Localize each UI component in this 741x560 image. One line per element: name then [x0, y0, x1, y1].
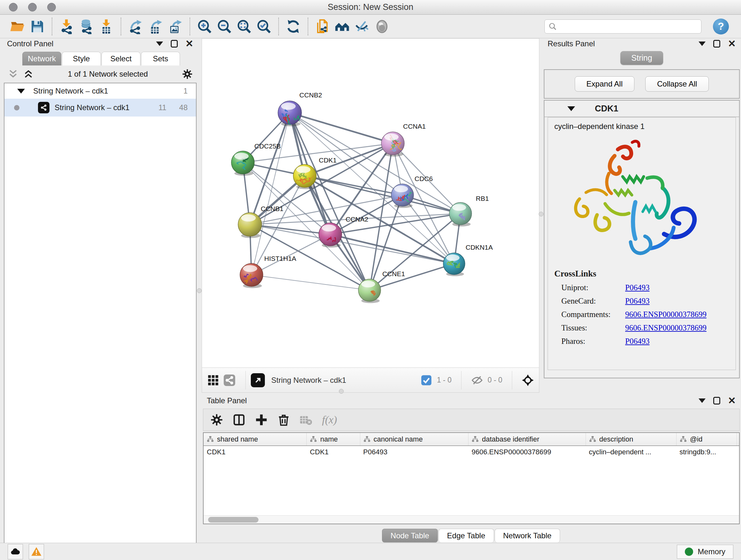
expand-all-button[interactable]: Expand All: [575, 76, 634, 91]
detach-view-button[interactable]: [251, 373, 265, 387]
bottom-splitter-handle[interactable]: [339, 389, 344, 394]
function-builder-icon[interactable]: f(x): [322, 414, 337, 426]
float-panel-icon[interactable]: [698, 42, 705, 46]
clone-network-button[interactable]: [313, 17, 333, 37]
maximize-panel-icon[interactable]: [713, 40, 720, 48]
expand-all-icon[interactable]: [23, 69, 34, 79]
tab-network-table[interactable]: Network Table: [495, 529, 560, 543]
table-settings-gear-icon[interactable]: [210, 414, 223, 426]
network-node-CDKN1A[interactable]: CDKN1A: [443, 244, 493, 276]
export-network-button[interactable]: [126, 17, 145, 37]
search-box[interactable]: [544, 19, 701, 34]
network-node-CDK1[interactable]: CDK1: [293, 157, 337, 189]
network-node-HIST1H1A[interactable]: HIST1H1A: [240, 255, 296, 288]
collapse-all-button[interactable]: Collapse All: [645, 76, 709, 91]
network-node-CCNB1[interactable]: CCNB1: [238, 205, 283, 238]
close-panel-icon[interactable]: ✕: [185, 40, 193, 48]
tab-sets[interactable]: Sets: [141, 52, 180, 65]
save-session-button[interactable]: [27, 17, 47, 37]
table-cell[interactable]: CDK1: [204, 446, 307, 458]
crosslink-link[interactable]: P06493: [625, 297, 650, 306]
open-session-button[interactable]: [8, 17, 27, 37]
network-node-RB1[interactable]: RB1: [449, 195, 489, 226]
export-table-button[interactable]: [145, 17, 165, 37]
network-edge-CCNB2-CCNE1[interactable]: [290, 113, 369, 290]
memory-button[interactable]: Memory: [677, 545, 733, 559]
add-column-icon[interactable]: [255, 414, 268, 426]
left-splitter-handle[interactable]: [197, 288, 202, 293]
network-node-CCNA1[interactable]: CCNA1: [381, 123, 426, 157]
hide-panel-button[interactable]: [352, 17, 372, 37]
table-cell[interactable]: 9606.ENSP00000378699: [468, 446, 586, 458]
table-row[interactable]: CDK1CDK1P064939606.ENSP00000378699cyclin…: [204, 446, 740, 458]
crosslink-link[interactable]: P06493: [625, 337, 650, 346]
maximize-panel-icon[interactable]: [171, 40, 178, 48]
tab-style[interactable]: Style: [62, 52, 101, 65]
network-edge-CCNE1-HIST1H1A[interactable]: [252, 275, 369, 290]
table-cell[interactable]: stringdb:9...: [676, 446, 737, 458]
zoom-window-button[interactable]: [47, 3, 56, 11]
crosslink-link[interactable]: 9606.ENSP00000378699: [625, 323, 706, 332]
table-cell[interactable]: stringdb: [737, 446, 740, 458]
gene-card-header[interactable]: CDK1: [544, 101, 739, 117]
zoom-in-button[interactable]: [195, 17, 214, 37]
float-panel-icon[interactable]: [156, 42, 163, 46]
zoom-out-button[interactable]: [214, 17, 234, 37]
float-panel-icon[interactable]: [698, 398, 705, 403]
grid-view-icon[interactable]: [207, 374, 219, 386]
show-all-networks-button[interactable]: [333, 17, 352, 37]
table-cell[interactable]: P06493: [360, 446, 468, 458]
tab-node-table[interactable]: Node Table: [382, 529, 438, 543]
table-cell[interactable]: cyclin–dependent ...: [586, 446, 676, 458]
minimize-window-button[interactable]: [28, 3, 37, 11]
gear-icon[interactable]: [182, 69, 193, 79]
selected-checkbox-icon[interactable]: [420, 374, 432, 386]
tab-select[interactable]: Select: [102, 52, 140, 65]
export-image-button[interactable]: [165, 17, 185, 37]
warnings-button[interactable]: [29, 544, 44, 559]
network-edge-CDK1-CCNA1[interactable]: [305, 143, 393, 176]
column-header-id[interactable]: @id: [676, 433, 737, 446]
network-row-selected[interactable]: String Network – cdk1 11 48: [4, 99, 196, 117]
column-header-sharedname[interactable]: shared name: [204, 433, 307, 446]
import-network-file-button[interactable]: [57, 17, 77, 37]
close-panel-icon[interactable]: ✕: [728, 397, 736, 405]
gene-expander-icon[interactable]: [567, 106, 575, 111]
network-canvas[interactable]: CCNB2CCNA1CDC25BCDK1CDC6RB1CCNB1CCNA2CDK…: [202, 39, 539, 368]
search-input[interactable]: [559, 22, 697, 30]
column-header-canonicalname[interactable]: canonical name: [360, 433, 468, 446]
tab-string[interactable]: String: [620, 51, 663, 65]
zoom-fit-button[interactable]: [234, 17, 254, 37]
collapse-all-icon[interactable]: [8, 69, 18, 79]
crosslink-link[interactable]: P06493: [625, 283, 650, 292]
show-panel-button[interactable]: [372, 17, 392, 37]
column-header-name[interactable]: name: [307, 433, 360, 446]
zoom-selected-button[interactable]: [254, 17, 274, 37]
hidden-eye-slash-icon[interactable]: [471, 374, 483, 386]
column-header-namespace[interactable]: namespace: [737, 433, 740, 446]
cloud-status-button[interactable]: [8, 544, 23, 559]
scrollbar-thumb[interactable]: [208, 517, 259, 523]
delete-table-icon[interactable]: [300, 414, 313, 426]
table-cell[interactable]: CDK1: [307, 446, 360, 458]
refresh-button[interactable]: [283, 17, 303, 37]
column-header-databaseidentifier[interactable]: database identifier: [468, 433, 586, 446]
fit-selected-crosshair-icon[interactable]: [522, 374, 534, 386]
collection-expander-icon[interactable]: [17, 89, 25, 94]
show-columns-icon[interactable]: [232, 414, 246, 426]
import-table-file-button[interactable]: [96, 17, 116, 37]
tab-edge-table[interactable]: Edge Table: [439, 529, 494, 543]
close-window-button[interactable]: [9, 3, 17, 11]
network-edge-CCNB2-CCNA1[interactable]: [290, 113, 393, 143]
column-header-description[interactable]: description: [586, 433, 676, 446]
maximize-panel-icon[interactable]: [713, 397, 720, 405]
delete-column-icon[interactable]: [277, 414, 290, 426]
tab-network[interactable]: Network: [22, 52, 61, 65]
crosslink-link[interactable]: 9606.ENSP00000378699: [625, 310, 706, 319]
horizontal-scrollbar[interactable]: [204, 515, 739, 523]
network-collection-row[interactable]: String Network – cdk1 1: [4, 83, 196, 99]
close-panel-icon[interactable]: ✕: [728, 40, 736, 48]
help-button[interactable]: ?: [713, 18, 729, 35]
birdseye-view-toggle[interactable]: [224, 374, 235, 386]
import-network-database-button[interactable]: [77, 17, 96, 37]
